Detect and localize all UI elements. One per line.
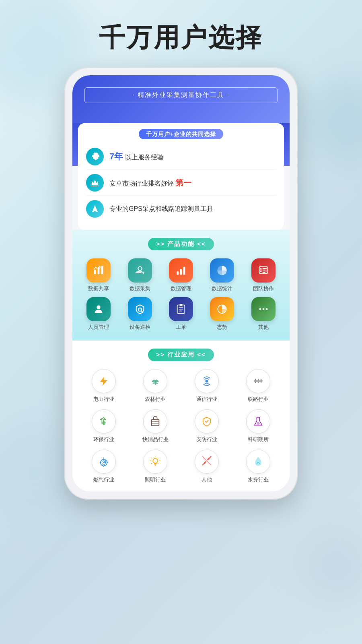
industry-label-7: 安防行业 — [196, 436, 217, 443]
svg-rect-28 — [261, 379, 261, 383]
industry-item-11[interactable]: 其他 — [182, 450, 232, 483]
banner-tag: · 精准外业采集测量协作工具 · — [84, 87, 278, 103]
svg-rect-12 — [262, 270, 265, 270]
industry-icons-row3: 燃气行业 照明行业 — [79, 450, 283, 483]
card-subtitle: 千万用户+企业的共同选择 — [139, 129, 223, 139]
industry-label-4: 铁路行业 — [248, 396, 269, 403]
svg-rect-7 — [180, 269, 182, 275]
product-icon-5 — [251, 258, 276, 283]
svg-point-22 — [262, 308, 264, 310]
product-label-1: 数据共享 — [88, 285, 109, 292]
product-item-3[interactable]: 数据管理 — [161, 258, 201, 292]
product-icon-9 — [210, 297, 234, 321]
svg-point-39 — [208, 458, 210, 460]
industry-label-10: 照明行业 — [145, 476, 166, 483]
svg-point-16 — [97, 305, 101, 309]
product-item-10[interactable]: 其他 — [244, 297, 283, 331]
product-item-8[interactable]: 工单 — [161, 297, 201, 331]
product-label-2: 数据采集 — [130, 285, 150, 292]
svg-point-37 — [153, 458, 158, 463]
industry-label-2: 农林行业 — [145, 396, 166, 403]
industry-icon-11 — [195, 450, 219, 474]
industry-icon-8 — [246, 409, 270, 433]
phone-frame: · 精准外业采集测量协作工具 · 千万用户+企业的共同选择 — [64, 67, 298, 500]
product-icon-2 — [128, 258, 152, 283]
product-item-5[interactable]: 团队协作 — [244, 258, 283, 292]
industry-section-title: >> 行业应用 << — [79, 349, 283, 361]
industry-section: >> 行业应用 << 电力行业 — [72, 341, 290, 491]
svg-rect-2 — [101, 266, 103, 274]
product-icon-1 — [86, 258, 111, 283]
svg-rect-31 — [103, 422, 105, 425]
svg-rect-15 — [262, 272, 265, 273]
industry-icon-4 — [246, 369, 270, 393]
feature-icon-1 — [86, 148, 104, 165]
product-label-7: 设备巡检 — [130, 324, 150, 331]
product-icon-3 — [169, 258, 193, 283]
feature-text-3: 专业的GPS采点和线路追踪测量工具 — [109, 205, 213, 213]
feature-icon-2 — [86, 174, 104, 192]
product-icon-8 — [169, 297, 193, 321]
product-icon-6 — [86, 297, 111, 321]
industry-label-5: 环保行业 — [93, 436, 114, 443]
industry-label-11: 其他 — [202, 476, 212, 483]
industry-icon-9 — [92, 450, 116, 474]
svg-rect-11 — [262, 268, 267, 269]
svg-rect-29 — [254, 380, 263, 381]
product-icon-7 — [128, 297, 152, 321]
svg-rect-0 — [94, 270, 96, 275]
product-item-4[interactable]: 数据统计 — [202, 258, 242, 292]
svg-rect-30 — [254, 381, 263, 382]
industry-item-6[interactable]: 快消品行业 — [130, 409, 180, 443]
industry-icons-row2: 环保行业 快消品行业 — [79, 409, 283, 443]
industry-item-1[interactable]: 电力行业 — [79, 369, 129, 403]
industry-icon-1 — [92, 369, 116, 393]
phone-screen: · 精准外业采集测量协作工具 · 千万用户+企业的共同选择 — [72, 75, 290, 491]
svg-rect-26 — [255, 379, 256, 383]
product-label-10: 其他 — [258, 324, 269, 331]
svg-rect-32 — [152, 419, 159, 425]
product-label-9: 态势 — [217, 324, 227, 331]
svg-point-23 — [266, 308, 268, 310]
svg-rect-6 — [177, 271, 179, 275]
industry-item-10[interactable]: 照明行业 — [130, 450, 180, 483]
product-item-6[interactable]: 人员管理 — [79, 297, 118, 331]
industry-item-7[interactable]: 安防行业 — [182, 409, 232, 443]
svg-rect-14 — [262, 271, 267, 272]
industry-label-9: 燃气行业 — [93, 476, 114, 483]
product-label-3: 数据管理 — [171, 285, 191, 292]
top-banner: · 精准外业采集测量协作工具 · — [72, 75, 290, 123]
industry-icon-7 — [195, 409, 219, 433]
svg-rect-13 — [260, 270, 262, 272]
product-item-7[interactable]: 设备巡检 — [120, 297, 159, 331]
feature-row-3: 专业的GPS采点和线路追踪测量工具 — [86, 196, 276, 222]
industry-item-3[interactable]: 通信行业 — [182, 369, 232, 403]
industry-item-9[interactable]: 燃气行业 — [79, 450, 129, 483]
product-item-9[interactable]: 态势 — [202, 297, 242, 331]
svg-rect-27 — [258, 379, 259, 383]
feature-text-2: 安卓市场行业排名好评 第一 — [109, 178, 191, 188]
svg-rect-10 — [260, 268, 262, 270]
industry-item-8[interactable]: 科研院所 — [233, 409, 283, 443]
product-item-1[interactable]: 数据共享 — [79, 258, 118, 292]
industry-item-5[interactable]: 环保行业 — [79, 409, 129, 443]
product-icons-row2: 人员管理 设备巡检 — [79, 297, 283, 331]
product-label-6: 人员管理 — [88, 324, 109, 331]
industry-icon-12 — [246, 450, 270, 474]
industry-label-6: 快消品行业 — [142, 436, 169, 443]
industry-item-2[interactable]: 农林行业 — [130, 369, 180, 403]
feature-text-1: 7年 以上服务经验 — [109, 151, 164, 163]
industry-icon-10 — [143, 450, 167, 474]
svg-rect-8 — [183, 267, 185, 275]
product-section-title: >> 产品功能 << — [79, 238, 283, 250]
product-section: >> 产品功能 << 数据共 — [72, 230, 290, 341]
product-label-5: 团队协作 — [253, 285, 274, 292]
industry-item-12[interactable]: 水务行业 — [233, 450, 283, 483]
industry-icon-3 — [195, 369, 219, 393]
svg-point-33 — [257, 422, 259, 424]
product-label-8: 工单 — [176, 324, 186, 331]
svg-point-38 — [204, 462, 206, 464]
industry-item-4[interactable]: 铁路行业 — [233, 369, 283, 403]
industry-icon-2 — [143, 369, 167, 393]
product-item-2[interactable]: 数据采集 — [120, 258, 159, 292]
